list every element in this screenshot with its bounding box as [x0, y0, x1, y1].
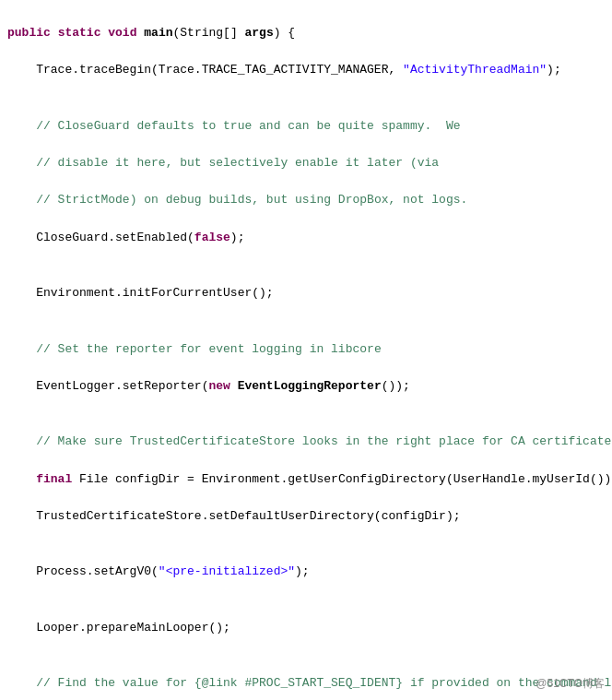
code-line: Environment.initForCurrentUser(); — [7, 284, 605, 303]
code-line: EventLogger.setReporter(new EventLogging… — [7, 377, 605, 396]
code-line: // Set the reporter for event logging in… — [7, 340, 605, 359]
code-line: Looper.prepareMainLooper(); — [7, 619, 605, 637]
code-line: // Find the value for {@link #PROC_START… — [7, 674, 605, 693]
code-block: public static void main(String[] args) {… — [0, 0, 612, 700]
code-line: TrustedCertificateStore.setDefaultUserDi… — [7, 507, 605, 526]
code-line: // disable it here, but selectively enab… — [7, 154, 605, 172]
code-line: final File configDir = Environment.getUs… — [7, 470, 605, 489]
code-line: // Make sure TrustedCertificateStore loo… — [7, 433, 605, 451]
code-line: Process.setArgV0("<pre-initialized>"); — [7, 563, 605, 581]
code-line: // StrictMode) on debug builds, but usin… — [7, 191, 605, 209]
code-line: CloseGuard.setEnabled(false); — [7, 229, 605, 247]
code-line: public static void main(String[] args) { — [7, 24, 605, 42]
code-line: // CloseGuard defaults to true and can b… — [7, 117, 605, 136]
watermark: @51CTO博客 — [536, 675, 605, 693]
code-line: Trace.traceBegin(Trace.TRACE_TAG_ACTIVIT… — [7, 61, 605, 79]
